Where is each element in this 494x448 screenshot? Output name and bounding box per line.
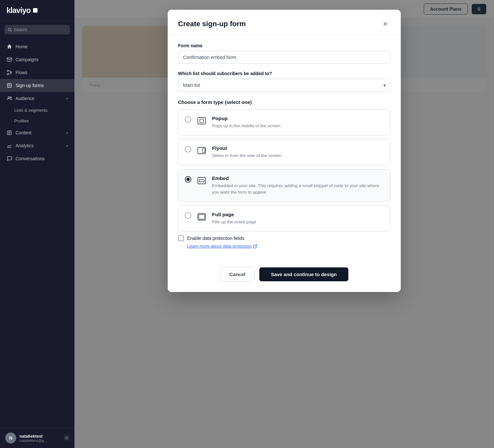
modal-overlay: Create sign-up form ✕ Form name Which li… xyxy=(74,0,494,448)
embed-desc: Embedded in your site. This requires add… xyxy=(212,183,384,196)
svg-point-3 xyxy=(7,70,8,72)
embed-icon xyxy=(196,175,207,186)
svg-rect-18 xyxy=(200,119,204,122)
popup-desc: Pops up in the middle of the screen xyxy=(212,123,384,129)
sidebar-item-analytics-label: Analytics xyxy=(16,143,63,148)
flyout-name: Flyout xyxy=(212,145,384,151)
data-protection-label: Enable data protection fields xyxy=(187,236,244,241)
sidebar-item-home[interactable]: Home xyxy=(0,40,74,53)
svg-point-5 xyxy=(7,73,8,75)
data-protection-checkbox[interactable] xyxy=(178,235,184,241)
flyout-text: Flyout Slides in from the side of the sc… xyxy=(212,145,384,159)
embed-radio xyxy=(185,176,191,183)
sidebar-nav: Home Campaigns xyxy=(0,38,74,428)
user-name: nataliektest xyxy=(19,434,61,439)
cancel-button[interactable]: Cancel xyxy=(220,267,255,282)
sidebar-item-lists[interactable]: Lists & segments xyxy=(0,105,74,116)
settings-icon xyxy=(64,435,69,441)
sidebar-item-audience-label: Audience xyxy=(16,96,63,101)
form-type-label: Choose a form type (select one) xyxy=(178,99,390,105)
form-name-field-group: Form name xyxy=(178,43,390,64)
form-type-flyout[interactable]: Flyout Slides in from the side of the sc… xyxy=(178,139,390,165)
user-info: nataliektest nataliektest@g... xyxy=(19,434,61,442)
mail-icon xyxy=(6,57,12,62)
svg-point-16 xyxy=(66,437,67,439)
search-icon xyxy=(8,28,12,32)
fullpage-text: Full page Fills up the entire page xyxy=(212,212,384,225)
fullpage-radio xyxy=(185,212,191,219)
svg-rect-19 xyxy=(198,147,206,154)
flyout-radio xyxy=(185,146,191,152)
flow-icon xyxy=(6,70,12,75)
embed-text: Embed Embedded in your site. This requir… xyxy=(212,175,384,196)
data-protection-section: Enable data protection fields Learn more… xyxy=(178,235,390,249)
sidebar-item-home-label: Home xyxy=(16,44,68,49)
user-profile-section[interactable]: N nataliektest nataliektest@g... xyxy=(0,428,74,448)
svg-rect-6 xyxy=(7,84,11,87)
sidebar-item-audience[interactable]: Audience ▾ xyxy=(0,92,74,105)
svg-line-1 xyxy=(11,30,12,31)
sidebar-item-signup-forms-label: Sign-up forms xyxy=(16,83,68,88)
sidebar-item-content[interactable]: Content ▾ xyxy=(0,126,74,139)
save-continue-button[interactable]: Save and continue to design xyxy=(259,267,348,281)
sidebar-item-content-label: Content xyxy=(16,130,63,135)
external-link-icon xyxy=(253,244,257,248)
form-name-label: Form name xyxy=(178,43,390,48)
popup-name: Popup xyxy=(212,116,384,121)
modal-close-button[interactable]: ✕ xyxy=(380,19,390,29)
fullpage-desc: Fills up the entire page xyxy=(212,219,384,225)
svg-point-9 xyxy=(8,97,10,98)
form-type-section: Choose a form type (select one) xyxy=(178,99,390,231)
embed-name: Embed xyxy=(212,175,384,181)
sidebar-item-conversations[interactable]: Conversations xyxy=(0,152,74,165)
content-chevron-icon: ▾ xyxy=(66,131,68,135)
sidebar: klaviyo Home xyxy=(0,0,74,448)
list-select-wrapper: Main list ▾ xyxy=(178,79,390,92)
form-type-popup[interactable]: Popup Pops up in the middle of the scree… xyxy=(178,109,390,135)
fullpage-icon xyxy=(196,212,207,222)
sidebar-item-flows[interactable]: Flows xyxy=(0,66,74,79)
sidebar-item-analytics[interactable]: Analytics ▾ xyxy=(0,139,74,152)
list-select[interactable]: Main list xyxy=(178,79,390,92)
form-type-fullpage[interactable]: Full page Fills up the entire page xyxy=(178,206,390,231)
popup-icon xyxy=(196,116,207,126)
svg-rect-22 xyxy=(199,180,204,182)
home-icon xyxy=(6,44,12,50)
logo-text: klaviyo xyxy=(6,6,30,15)
search-input[interactable] xyxy=(14,27,67,32)
popup-radio xyxy=(185,116,191,123)
svg-rect-20 xyxy=(202,149,205,152)
users-icon xyxy=(6,95,12,101)
sidebar-item-campaigns[interactable]: Campaigns xyxy=(0,53,74,66)
create-signup-form-modal: Create sign-up form ✕ Form name Which li… xyxy=(168,10,401,292)
embed-radio-fill xyxy=(186,178,190,181)
avatar: N xyxy=(5,432,16,443)
sidebar-logo: klaviyo xyxy=(0,0,74,21)
svg-point-4 xyxy=(10,72,12,73)
fullpage-name: Full page xyxy=(212,212,384,218)
sidebar-item-profiles[interactable]: Profiles xyxy=(0,116,74,126)
logo-mark xyxy=(33,8,38,13)
sidebar-item-conversations-label: Conversations xyxy=(16,156,68,161)
sidebar-item-campaigns-label: Campaigns xyxy=(16,57,68,62)
form-name-input[interactable] xyxy=(178,51,390,64)
search-bar[interactable] xyxy=(5,25,70,34)
sidebar-item-signup-forms[interactable]: Sign-up forms xyxy=(0,79,74,92)
flyout-desc: Slides in from the side of the screen xyxy=(212,152,384,159)
chat-icon xyxy=(6,156,12,162)
audience-chevron-icon: ▾ xyxy=(66,97,68,100)
content-icon xyxy=(6,130,12,136)
form-icon xyxy=(6,83,12,88)
modal-title: Create sign-up form xyxy=(178,20,246,28)
app-background: klaviyo Home xyxy=(0,0,494,448)
form-type-embed[interactable]: Embed Embedded in your site. This requir… xyxy=(178,169,390,202)
modal-footer: Cancel Save and continue to design xyxy=(168,267,401,292)
modal-header: Create sign-up form ✕ xyxy=(168,10,401,29)
svg-rect-26 xyxy=(199,215,205,219)
chart-icon xyxy=(6,143,12,149)
modal-body: Form name Which list should subscribers … xyxy=(168,35,401,267)
data-protection-link[interactable]: Learn more about data protection xyxy=(187,244,257,249)
data-protection-checkbox-row: Enable data protection fields xyxy=(178,235,390,241)
svg-point-10 xyxy=(10,97,11,98)
popup-text: Popup Pops up in the middle of the scree… xyxy=(212,116,384,129)
